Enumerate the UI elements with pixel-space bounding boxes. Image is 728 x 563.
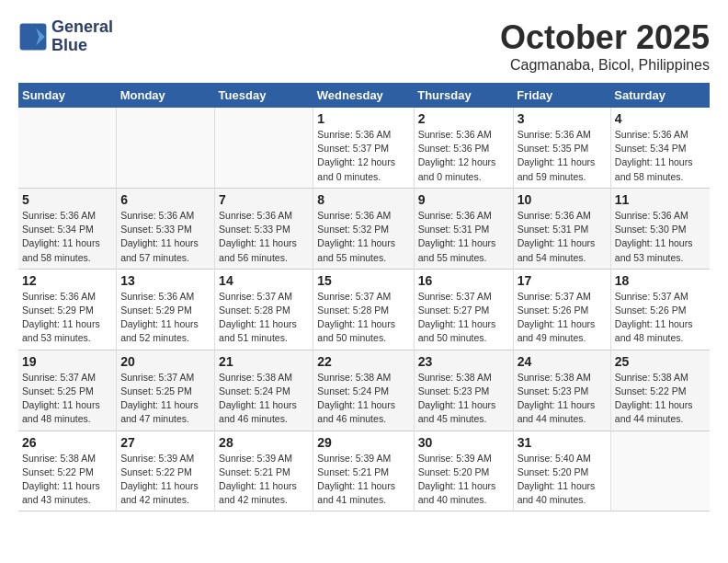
calendar-cell: 22Sunrise: 5:38 AM Sunset: 5:24 PM Dayli… [313, 350, 414, 431]
week-row-1: 1Sunrise: 5:36 AM Sunset: 5:37 PM Daylig… [18, 108, 710, 188]
day-info: Sunrise: 5:37 AM Sunset: 5:25 PM Dayligh… [120, 371, 210, 427]
day-number: 15 [317, 273, 409, 288]
day-info: Sunrise: 5:38 AM Sunset: 5:24 PM Dayligh… [317, 371, 409, 427]
day-info: Sunrise: 5:39 AM Sunset: 5:21 PM Dayligh… [317, 452, 409, 508]
weekday-header-saturday: Saturday [610, 83, 710, 108]
day-number: 13 [120, 273, 210, 288]
calendar-cell: 8Sunrise: 5:36 AM Sunset: 5:32 PM Daylig… [313, 188, 414, 269]
day-info: Sunrise: 5:36 AM Sunset: 5:34 PM Dayligh… [22, 209, 112, 265]
calendar-cell: 9Sunrise: 5:36 AM Sunset: 5:31 PM Daylig… [414, 188, 513, 269]
day-number: 25 [615, 354, 706, 369]
location-title: Cagmanaba, Bicol, Philippines [500, 57, 710, 74]
calendar-cell: 14Sunrise: 5:37 AM Sunset: 5:28 PM Dayli… [215, 269, 313, 350]
calendar-cell: 27Sunrise: 5:39 AM Sunset: 5:22 PM Dayli… [117, 431, 215, 511]
day-info: Sunrise: 5:38 AM Sunset: 5:23 PM Dayligh… [418, 371, 509, 427]
calendar-cell: 5Sunrise: 5:36 AM Sunset: 5:34 PM Daylig… [18, 188, 117, 269]
day-number: 29 [317, 435, 409, 450]
calendar-cell: 13Sunrise: 5:36 AM Sunset: 5:29 PM Dayli… [117, 269, 215, 350]
day-info: Sunrise: 5:36 AM Sunset: 5:32 PM Dayligh… [317, 209, 409, 265]
day-info: Sunrise: 5:37 AM Sunset: 5:26 PM Dayligh… [615, 290, 706, 346]
calendar-cell [117, 108, 215, 188]
week-row-2: 5Sunrise: 5:36 AM Sunset: 5:34 PM Daylig… [18, 188, 710, 269]
weekday-header-row: SundayMondayTuesdayWednesdayThursdayFrid… [18, 83, 710, 108]
calendar-cell: 18Sunrise: 5:37 AM Sunset: 5:26 PM Dayli… [610, 269, 710, 350]
day-number: 4 [615, 111, 706, 126]
calendar-cell: 20Sunrise: 5:37 AM Sunset: 5:25 PM Dayli… [117, 350, 215, 431]
svg-rect-2 [21, 25, 36, 49]
day-info: Sunrise: 5:39 AM Sunset: 5:22 PM Dayligh… [120, 452, 210, 508]
day-number: 5 [22, 192, 112, 207]
calendar-cell: 26Sunrise: 5:38 AM Sunset: 5:22 PM Dayli… [18, 431, 117, 511]
weekday-header-wednesday: Wednesday [313, 83, 414, 108]
day-info: Sunrise: 5:37 AM Sunset: 5:28 PM Dayligh… [219, 290, 309, 346]
calendar-cell: 11Sunrise: 5:36 AM Sunset: 5:30 PM Dayli… [610, 188, 710, 269]
calendar-cell: 17Sunrise: 5:37 AM Sunset: 5:26 PM Dayli… [513, 269, 610, 350]
calendar-cell: 23Sunrise: 5:38 AM Sunset: 5:23 PM Dayli… [414, 350, 513, 431]
calendar-cell: 21Sunrise: 5:38 AM Sunset: 5:24 PM Dayli… [215, 350, 313, 431]
day-number: 20 [120, 354, 210, 369]
day-number: 12 [22, 273, 112, 288]
day-info: Sunrise: 5:36 AM Sunset: 5:33 PM Dayligh… [219, 209, 309, 265]
day-number: 22 [317, 354, 409, 369]
calendar-cell: 19Sunrise: 5:37 AM Sunset: 5:25 PM Dayli… [18, 350, 117, 431]
calendar-cell: 15Sunrise: 5:37 AM Sunset: 5:28 PM Dayli… [313, 269, 414, 350]
weekday-header-tuesday: Tuesday [215, 83, 313, 108]
calendar-cell: 6Sunrise: 5:36 AM Sunset: 5:33 PM Daylig… [117, 188, 215, 269]
day-info: Sunrise: 5:36 AM Sunset: 5:29 PM Dayligh… [120, 290, 210, 346]
weekday-header-monday: Monday [117, 83, 215, 108]
day-info: Sunrise: 5:36 AM Sunset: 5:34 PM Dayligh… [615, 128, 706, 184]
calendar-cell: 24Sunrise: 5:38 AM Sunset: 5:23 PM Dayli… [513, 350, 610, 431]
month-title: October 2025 [500, 18, 710, 57]
day-info: Sunrise: 5:37 AM Sunset: 5:27 PM Dayligh… [418, 290, 509, 346]
weekday-header-friday: Friday [513, 83, 610, 108]
day-number: 17 [518, 273, 607, 288]
calendar-cell: 30Sunrise: 5:39 AM Sunset: 5:20 PM Dayli… [414, 431, 513, 511]
logo-icon [18, 22, 48, 52]
day-info: Sunrise: 5:37 AM Sunset: 5:25 PM Dayligh… [22, 371, 112, 427]
day-number: 31 [518, 435, 607, 450]
day-number: 27 [120, 435, 210, 450]
week-row-4: 19Sunrise: 5:37 AM Sunset: 5:25 PM Dayli… [18, 350, 710, 431]
calendar-cell: 29Sunrise: 5:39 AM Sunset: 5:21 PM Dayli… [313, 431, 414, 511]
day-info: Sunrise: 5:36 AM Sunset: 5:31 PM Dayligh… [418, 209, 509, 265]
day-info: Sunrise: 5:36 AM Sunset: 5:30 PM Dayligh… [615, 209, 706, 265]
calendar-cell: 28Sunrise: 5:39 AM Sunset: 5:21 PM Dayli… [215, 431, 313, 511]
day-number: 1 [317, 111, 409, 126]
day-number: 10 [518, 192, 607, 207]
day-number: 21 [219, 354, 309, 369]
calendar-cell [215, 108, 313, 188]
day-info: Sunrise: 5:36 AM Sunset: 5:31 PM Dayligh… [518, 209, 607, 265]
weekday-header-thursday: Thursday [414, 83, 513, 108]
day-number: 16 [418, 273, 509, 288]
day-info: Sunrise: 5:36 AM Sunset: 5:29 PM Dayligh… [22, 290, 112, 346]
calendar-cell: 12Sunrise: 5:36 AM Sunset: 5:29 PM Dayli… [18, 269, 117, 350]
day-number: 30 [418, 435, 509, 450]
day-number: 9 [418, 192, 509, 207]
day-number: 23 [418, 354, 509, 369]
page-header: General Blue October 2025 Cagmanaba, Bic… [18, 18, 710, 74]
day-info: Sunrise: 5:37 AM Sunset: 5:26 PM Dayligh… [518, 290, 607, 346]
calendar-cell: 3Sunrise: 5:36 AM Sunset: 5:35 PM Daylig… [513, 108, 610, 188]
day-info: Sunrise: 5:39 AM Sunset: 5:20 PM Dayligh… [418, 452, 509, 508]
logo: General Blue [18, 18, 113, 55]
week-row-3: 12Sunrise: 5:36 AM Sunset: 5:29 PM Dayli… [18, 269, 710, 350]
day-info: Sunrise: 5:36 AM Sunset: 5:35 PM Dayligh… [518, 128, 607, 184]
day-info: Sunrise: 5:36 AM Sunset: 5:36 PM Dayligh… [418, 128, 509, 184]
calendar-cell: 16Sunrise: 5:37 AM Sunset: 5:27 PM Dayli… [414, 269, 513, 350]
day-number: 6 [120, 192, 210, 207]
calendar-cell: 2Sunrise: 5:36 AM Sunset: 5:36 PM Daylig… [414, 108, 513, 188]
day-number: 14 [219, 273, 309, 288]
day-number: 3 [518, 111, 607, 126]
day-number: 24 [518, 354, 607, 369]
title-block: October 2025 Cagmanaba, Bicol, Philippin… [500, 18, 710, 74]
day-number: 7 [219, 192, 309, 207]
day-number: 28 [219, 435, 309, 450]
day-info: Sunrise: 5:36 AM Sunset: 5:37 PM Dayligh… [317, 128, 409, 184]
day-info: Sunrise: 5:38 AM Sunset: 5:24 PM Dayligh… [219, 371, 309, 427]
day-info: Sunrise: 5:39 AM Sunset: 5:21 PM Dayligh… [219, 452, 309, 508]
day-number: 2 [418, 111, 509, 126]
day-number: 11 [615, 192, 706, 207]
day-info: Sunrise: 5:38 AM Sunset: 5:22 PM Dayligh… [615, 371, 706, 427]
calendar-cell: 4Sunrise: 5:36 AM Sunset: 5:34 PM Daylig… [610, 108, 710, 188]
calendar-cell: 1Sunrise: 5:36 AM Sunset: 5:37 PM Daylig… [313, 108, 414, 188]
